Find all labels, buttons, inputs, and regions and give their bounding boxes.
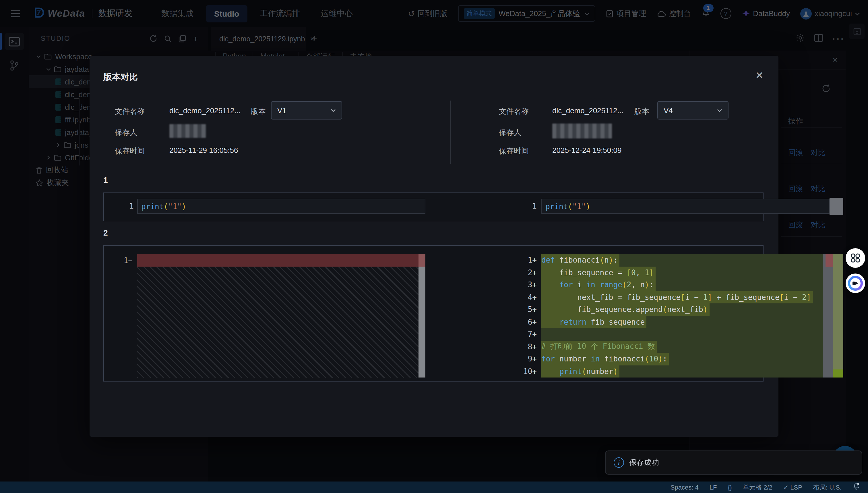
scrollbar-right-pane[interactable] xyxy=(823,254,833,378)
added-line-highlight xyxy=(541,328,823,340)
widgets-fab-button[interactable] xyxy=(846,248,865,268)
save-time-label: 保存时间 xyxy=(499,146,529,156)
saver-value-redacted xyxy=(169,124,206,138)
added-line-number: 7+ xyxy=(515,330,537,339)
diff-section-2: 1− 1+def fibonacci(n):2+ fib_sequence = … xyxy=(103,245,763,382)
added-code-text: for number in fibonacci(10): xyxy=(541,353,669,365)
saver-label: 保存人 xyxy=(499,128,521,138)
version-compare-modal: 版本对比 ✕ 文件名称 dlc_demo_2025112... 版本 V1 保存… xyxy=(90,56,778,437)
saver-value-redacted xyxy=(552,124,612,138)
version-label: 版本 xyxy=(251,106,266,116)
added-line-number: 6+ xyxy=(515,318,537,326)
added-code-text: print(number) xyxy=(541,365,619,378)
modal-title: 版本对比 xyxy=(103,72,138,83)
minimap-added-strip xyxy=(833,254,843,378)
empty-region-hatch xyxy=(137,266,418,378)
added-line-number: 8+ xyxy=(515,342,537,351)
statusbar-item-2[interactable]: {} xyxy=(728,484,732,491)
databuddy-fab-button[interactable] xyxy=(846,274,865,293)
scrollbar-left-pane[interactable] xyxy=(418,254,426,378)
added-code-text: # 打印前 10 个 Fibonacci 数 xyxy=(541,340,657,353)
status-bar: Spaces: 4LF{}单元格 2/2✓ LSP布局: U.S. xyxy=(0,481,868,493)
screen: WeData 数据研发 数据集成Studio工作流编排运维中心 ↺回到旧版 简单… xyxy=(0,0,868,493)
minimap-added-marker xyxy=(833,369,843,378)
added-line-number: 4+ xyxy=(515,293,537,301)
diff-section-label: 1 xyxy=(103,175,108,185)
diff-section-1: 1 print("1") 1 print("1") xyxy=(103,192,763,221)
file-name-label: 文件名称 xyxy=(115,106,145,116)
statusbar-item-0[interactable]: Spaces: 4 xyxy=(670,484,699,491)
column-divider xyxy=(450,101,451,164)
save-time-value: 2025-11-29 16:05:56 xyxy=(169,146,238,154)
statusbar-bell-icon[interactable] xyxy=(852,482,860,492)
save-success-toast: i 保存成功 xyxy=(605,450,862,475)
robot-icon xyxy=(848,276,863,291)
added-code-text: return fib_sequence xyxy=(541,316,646,328)
version-select-left[interactable]: V1 xyxy=(271,101,342,120)
added-line-number: 5+ xyxy=(515,305,537,314)
version-label: 版本 xyxy=(634,106,649,116)
added-code-text: fib_sequence = [0, 1] xyxy=(541,266,655,279)
saver-label: 保存人 xyxy=(115,128,137,138)
save-time-label: 保存时间 xyxy=(115,146,145,156)
save-time-value: 2025-12-24 19:50:09 xyxy=(552,146,621,154)
added-code-text: next_fib = fib_sequence[i − 1] + fib_seq… xyxy=(541,291,813,303)
version-select-right[interactable]: V4 xyxy=(657,101,729,120)
line-number: 1 xyxy=(529,202,537,210)
statusbar-item-3[interactable]: 单元格 2/2 xyxy=(743,483,772,492)
added-line-number: 1+ xyxy=(515,256,537,264)
modal-close-icon[interactable]: ✕ xyxy=(755,71,764,81)
removed-line-number: 1− xyxy=(121,256,133,265)
scrollbar-handle[interactable] xyxy=(829,198,843,215)
code-line-right[interactable]: print("1") xyxy=(541,199,829,214)
file-name-value: dlc_demo_2025112... xyxy=(169,106,241,115)
statusbar-item-4[interactable]: ✓ LSP xyxy=(783,484,802,491)
line-number: 1 xyxy=(126,202,134,210)
added-line-number: 2+ xyxy=(515,268,537,277)
apps-grid-icon xyxy=(850,253,861,263)
code-line-left[interactable]: print("1") xyxy=(137,199,426,214)
added-line-number: 9+ xyxy=(515,355,537,363)
file-name-label: 文件名称 xyxy=(499,106,529,116)
diff-section-label: 2 xyxy=(103,228,108,237)
minimap-removed-marker xyxy=(826,254,833,266)
added-line-number: 10+ xyxy=(515,367,537,376)
statusbar-item-1[interactable]: LF xyxy=(710,484,717,491)
statusbar-item-5[interactable]: 布局: U.S. xyxy=(813,483,842,492)
added-code-text: def fibonacci(n): xyxy=(541,254,619,266)
added-line-number: 3+ xyxy=(515,280,537,289)
info-icon: i xyxy=(614,457,624,468)
removed-line-highlight xyxy=(137,254,418,266)
toast-message: 保存成功 xyxy=(629,457,659,468)
added-code-text: for i in range(2, n): xyxy=(541,279,655,291)
chevron-down-icon xyxy=(717,109,722,112)
chevron-down-icon xyxy=(331,109,336,112)
file-name-value: dlc_demo_2025112... xyxy=(552,106,623,115)
added-code-text: fib_sequence.append(next_fib) xyxy=(541,303,709,316)
